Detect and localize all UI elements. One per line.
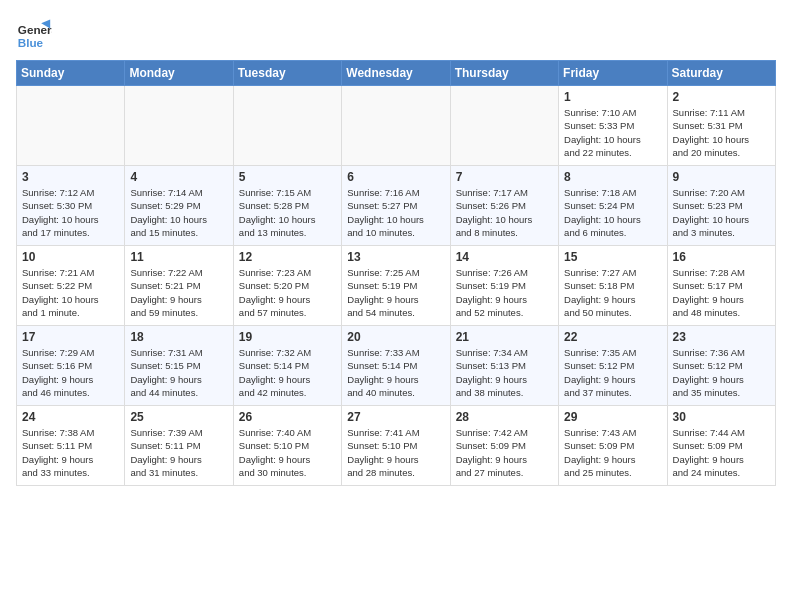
logo: General Blue [16, 16, 52, 52]
weekday-header-wednesday: Wednesday [342, 61, 450, 86]
day-info: Sunrise: 7:29 AM Sunset: 5:16 PM Dayligh… [22, 346, 119, 399]
day-number: 15 [564, 250, 661, 264]
day-info: Sunrise: 7:10 AM Sunset: 5:33 PM Dayligh… [564, 106, 661, 159]
day-info: Sunrise: 7:36 AM Sunset: 5:12 PM Dayligh… [673, 346, 770, 399]
day-info: Sunrise: 7:16 AM Sunset: 5:27 PM Dayligh… [347, 186, 444, 239]
calendar-cell [450, 86, 558, 166]
day-number: 27 [347, 410, 444, 424]
day-info: Sunrise: 7:27 AM Sunset: 5:18 PM Dayligh… [564, 266, 661, 319]
day-number: 8 [564, 170, 661, 184]
calendar-cell: 19Sunrise: 7:32 AM Sunset: 5:14 PM Dayli… [233, 326, 341, 406]
day-info: Sunrise: 7:44 AM Sunset: 5:09 PM Dayligh… [673, 426, 770, 479]
day-info: Sunrise: 7:26 AM Sunset: 5:19 PM Dayligh… [456, 266, 553, 319]
day-number: 4 [130, 170, 227, 184]
weekday-header-thursday: Thursday [450, 61, 558, 86]
calendar-cell: 10Sunrise: 7:21 AM Sunset: 5:22 PM Dayli… [17, 246, 125, 326]
day-number: 23 [673, 330, 770, 344]
calendar-week-3: 10Sunrise: 7:21 AM Sunset: 5:22 PM Dayli… [17, 246, 776, 326]
calendar-cell [125, 86, 233, 166]
calendar-cell: 13Sunrise: 7:25 AM Sunset: 5:19 PM Dayli… [342, 246, 450, 326]
day-info: Sunrise: 7:32 AM Sunset: 5:14 PM Dayligh… [239, 346, 336, 399]
page-header: General Blue [16, 16, 776, 52]
calendar-cell: 12Sunrise: 7:23 AM Sunset: 5:20 PM Dayli… [233, 246, 341, 326]
day-info: Sunrise: 7:15 AM Sunset: 5:28 PM Dayligh… [239, 186, 336, 239]
day-number: 28 [456, 410, 553, 424]
day-info: Sunrise: 7:39 AM Sunset: 5:11 PM Dayligh… [130, 426, 227, 479]
day-number: 21 [456, 330, 553, 344]
day-number: 26 [239, 410, 336, 424]
calendar-cell: 28Sunrise: 7:42 AM Sunset: 5:09 PM Dayli… [450, 406, 558, 486]
day-info: Sunrise: 7:35 AM Sunset: 5:12 PM Dayligh… [564, 346, 661, 399]
day-info: Sunrise: 7:38 AM Sunset: 5:11 PM Dayligh… [22, 426, 119, 479]
day-info: Sunrise: 7:22 AM Sunset: 5:21 PM Dayligh… [130, 266, 227, 319]
calendar-cell: 4Sunrise: 7:14 AM Sunset: 5:29 PM Daylig… [125, 166, 233, 246]
weekday-header-saturday: Saturday [667, 61, 775, 86]
day-number: 24 [22, 410, 119, 424]
calendar-cell: 15Sunrise: 7:27 AM Sunset: 5:18 PM Dayli… [559, 246, 667, 326]
day-number: 16 [673, 250, 770, 264]
calendar-cell: 24Sunrise: 7:38 AM Sunset: 5:11 PM Dayli… [17, 406, 125, 486]
calendar-table: SundayMondayTuesdayWednesdayThursdayFrid… [16, 60, 776, 486]
day-info: Sunrise: 7:28 AM Sunset: 5:17 PM Dayligh… [673, 266, 770, 319]
weekday-header-tuesday: Tuesday [233, 61, 341, 86]
day-number: 29 [564, 410, 661, 424]
weekday-header-monday: Monday [125, 61, 233, 86]
calendar-body: 1Sunrise: 7:10 AM Sunset: 5:33 PM Daylig… [17, 86, 776, 486]
day-info: Sunrise: 7:11 AM Sunset: 5:31 PM Dayligh… [673, 106, 770, 159]
day-number: 20 [347, 330, 444, 344]
day-info: Sunrise: 7:21 AM Sunset: 5:22 PM Dayligh… [22, 266, 119, 319]
calendar-cell: 30Sunrise: 7:44 AM Sunset: 5:09 PM Dayli… [667, 406, 775, 486]
calendar-cell: 27Sunrise: 7:41 AM Sunset: 5:10 PM Dayli… [342, 406, 450, 486]
day-number: 18 [130, 330, 227, 344]
day-info: Sunrise: 7:25 AM Sunset: 5:19 PM Dayligh… [347, 266, 444, 319]
day-info: Sunrise: 7:18 AM Sunset: 5:24 PM Dayligh… [564, 186, 661, 239]
calendar-cell: 22Sunrise: 7:35 AM Sunset: 5:12 PM Dayli… [559, 326, 667, 406]
day-info: Sunrise: 7:31 AM Sunset: 5:15 PM Dayligh… [130, 346, 227, 399]
calendar-cell: 17Sunrise: 7:29 AM Sunset: 5:16 PM Dayli… [17, 326, 125, 406]
day-info: Sunrise: 7:33 AM Sunset: 5:14 PM Dayligh… [347, 346, 444, 399]
calendar-cell [342, 86, 450, 166]
day-number: 19 [239, 330, 336, 344]
day-info: Sunrise: 7:20 AM Sunset: 5:23 PM Dayligh… [673, 186, 770, 239]
calendar-cell: 18Sunrise: 7:31 AM Sunset: 5:15 PM Dayli… [125, 326, 233, 406]
calendar-cell [233, 86, 341, 166]
calendar-cell: 16Sunrise: 7:28 AM Sunset: 5:17 PM Dayli… [667, 246, 775, 326]
calendar-week-1: 1Sunrise: 7:10 AM Sunset: 5:33 PM Daylig… [17, 86, 776, 166]
day-info: Sunrise: 7:43 AM Sunset: 5:09 PM Dayligh… [564, 426, 661, 479]
day-number: 3 [22, 170, 119, 184]
calendar-cell: 3Sunrise: 7:12 AM Sunset: 5:30 PM Daylig… [17, 166, 125, 246]
day-number: 10 [22, 250, 119, 264]
logo-icon: General Blue [16, 16, 52, 52]
calendar-cell: 21Sunrise: 7:34 AM Sunset: 5:13 PM Dayli… [450, 326, 558, 406]
day-info: Sunrise: 7:23 AM Sunset: 5:20 PM Dayligh… [239, 266, 336, 319]
day-number: 17 [22, 330, 119, 344]
day-number: 22 [564, 330, 661, 344]
day-number: 9 [673, 170, 770, 184]
calendar-cell: 6Sunrise: 7:16 AM Sunset: 5:27 PM Daylig… [342, 166, 450, 246]
weekday-header-friday: Friday [559, 61, 667, 86]
day-number: 25 [130, 410, 227, 424]
day-number: 30 [673, 410, 770, 424]
calendar-cell: 2Sunrise: 7:11 AM Sunset: 5:31 PM Daylig… [667, 86, 775, 166]
day-number: 11 [130, 250, 227, 264]
day-number: 6 [347, 170, 444, 184]
calendar-cell: 23Sunrise: 7:36 AM Sunset: 5:12 PM Dayli… [667, 326, 775, 406]
calendar-cell: 5Sunrise: 7:15 AM Sunset: 5:28 PM Daylig… [233, 166, 341, 246]
day-info: Sunrise: 7:41 AM Sunset: 5:10 PM Dayligh… [347, 426, 444, 479]
day-number: 12 [239, 250, 336, 264]
weekday-header-sunday: Sunday [17, 61, 125, 86]
calendar-cell: 8Sunrise: 7:18 AM Sunset: 5:24 PM Daylig… [559, 166, 667, 246]
calendar-cell: 11Sunrise: 7:22 AM Sunset: 5:21 PM Dayli… [125, 246, 233, 326]
day-number: 2 [673, 90, 770, 104]
day-info: Sunrise: 7:17 AM Sunset: 5:26 PM Dayligh… [456, 186, 553, 239]
day-number: 14 [456, 250, 553, 264]
day-info: Sunrise: 7:12 AM Sunset: 5:30 PM Dayligh… [22, 186, 119, 239]
day-number: 13 [347, 250, 444, 264]
day-info: Sunrise: 7:14 AM Sunset: 5:29 PM Dayligh… [130, 186, 227, 239]
day-number: 1 [564, 90, 661, 104]
day-info: Sunrise: 7:34 AM Sunset: 5:13 PM Dayligh… [456, 346, 553, 399]
calendar-cell: 26Sunrise: 7:40 AM Sunset: 5:10 PM Dayli… [233, 406, 341, 486]
calendar-cell: 7Sunrise: 7:17 AM Sunset: 5:26 PM Daylig… [450, 166, 558, 246]
calendar-week-2: 3Sunrise: 7:12 AM Sunset: 5:30 PM Daylig… [17, 166, 776, 246]
day-info: Sunrise: 7:40 AM Sunset: 5:10 PM Dayligh… [239, 426, 336, 479]
